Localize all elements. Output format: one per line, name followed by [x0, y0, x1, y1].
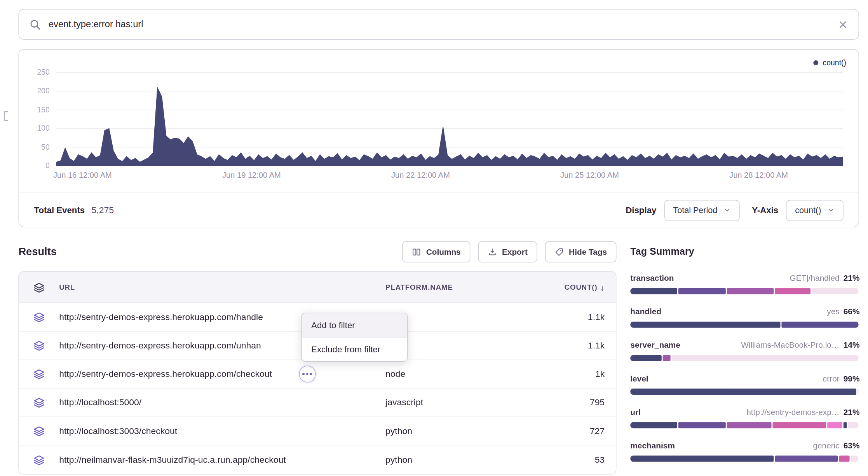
count-cell: 1.1k	[588, 341, 616, 351]
tag-bar-segment[interactable]	[630, 322, 781, 328]
tag-percent: 99%	[844, 373, 860, 383]
tag-level: levelerror99%	[630, 373, 859, 395]
tag-bar-segment[interactable]	[672, 355, 859, 361]
tag-bar-segment[interactable]	[782, 322, 859, 328]
url-cell[interactable]: http://sentry-demos-express.herokuapp.co…	[59, 341, 261, 351]
tag-percent: 14%	[844, 340, 860, 350]
chart-legend[interactable]: count()	[813, 59, 846, 67]
tag-bar-segment[interactable]	[851, 456, 859, 462]
tag-url: urlhttp://sentry-demos-exp…21%	[630, 407, 859, 429]
discover-page: event.type:error has:url count() 0501001…	[0, 0, 868, 476]
close-icon	[837, 19, 849, 30]
tag-summary-title: Tag Summary	[630, 246, 859, 257]
x-axis-tick-label: Jun 16 12:00 AM	[38, 170, 127, 179]
table-row[interactable]: http://localhost:3003/checkoutpython727	[19, 417, 616, 445]
table-row[interactable]: http://neilmanvar-flask-m3uuizd7iq-uc.a.…	[19, 446, 616, 474]
search-bar[interactable]: event.type:error has:url	[18, 9, 859, 40]
yaxis-dropdown[interactable]: count()	[786, 200, 843, 221]
tag-bar-segment[interactable]	[630, 388, 856, 395]
url-cell[interactable]: http://neilmanvar-flask-m3uuizd7iq-uc.a.…	[59, 455, 286, 465]
export-button[interactable]: Export	[478, 241, 537, 262]
y-axis-tick-label: 200	[19, 87, 50, 95]
tag-bar-segment[interactable]	[727, 422, 771, 428]
total-events-value: 5,275	[91, 205, 113, 215]
tag-summary-panel: Tag Summary transactionGET|/handled21%ha…	[630, 246, 859, 476]
menu-item-add-to-filter[interactable]: Add to filter	[302, 313, 407, 337]
results-table: URL PLATFORM.NAME COUNT() ↓ http://sentr…	[18, 271, 616, 475]
tag-bar-segment[interactable]	[630, 456, 774, 462]
download-icon	[488, 247, 497, 256]
hide-tags-button[interactable]: Hide Tags	[545, 241, 616, 262]
yaxis-dropdown-value: count()	[795, 205, 821, 215]
display-dropdown-value: Total Period	[673, 205, 717, 215]
tag-name: project	[630, 474, 657, 476]
tag-bar-segment[interactable]	[678, 288, 725, 294]
menu-item-exclude-from-filter[interactable]: Exclude from filter	[302, 337, 407, 361]
url-cell[interactable]: http://sentry-demos-express.herokuapp.co…	[59, 369, 272, 379]
tag-bar-segment[interactable]	[630, 422, 677, 428]
tag-bar-segment[interactable]	[828, 422, 842, 428]
url-cell[interactable]: http://localhost:5000/	[59, 397, 141, 408]
layers-icon	[19, 282, 59, 293]
tag-bar-segment[interactable]	[727, 288, 774, 294]
tag-distribution-bar[interactable]	[630, 422, 859, 428]
columns-button[interactable]: Columns	[402, 241, 470, 262]
context-menu: Add to filterExclude from filter	[301, 313, 408, 362]
chevron-down-icon	[723, 206, 731, 214]
column-header-platform[interactable]: PLATFORM.NAME	[385, 283, 521, 292]
url-cell[interactable]: http://sentry-demos-express.herokuapp.co…	[59, 312, 263, 322]
tag-distribution-bar[interactable]	[630, 322, 859, 328]
search-query[interactable]: event.type:error has:url	[49, 19, 143, 30]
tag-percent: 66%	[844, 306, 860, 317]
column-header-url[interactable]: URL	[59, 283, 385, 292]
tag-bar-segment[interactable]	[844, 422, 847, 428]
layers-icon	[19, 425, 59, 437]
count-cell: 1.1k	[588, 312, 616, 322]
tag-bar-segment[interactable]	[630, 288, 677, 294]
total-events-label: Total Events	[34, 205, 85, 215]
tag-bar-segment[interactable]	[857, 388, 858, 395]
tag-distribution-bar[interactable]	[630, 288, 859, 294]
tag-value: generic	[813, 441, 839, 451]
tag-distribution-bar[interactable]	[630, 456, 859, 462]
tag-percent: 21%	[844, 273, 860, 283]
x-axis-tick-label: Jun 19 12:00 AM	[207, 170, 296, 179]
tag-name: level	[630, 373, 648, 383]
layers-icon	[19, 397, 59, 408]
row-actions-button[interactable]	[299, 366, 315, 382]
tag-bar-segment[interactable]	[775, 288, 810, 294]
sort-arrow-down-icon: ↓	[600, 282, 605, 292]
search-clear-button[interactable]	[837, 19, 849, 30]
tag-name: transaction	[630, 273, 674, 283]
platform-cell: python	[385, 455, 521, 465]
display-dropdown[interactable]: Total Period	[664, 200, 739, 221]
count-cell: 53	[595, 455, 616, 465]
tag-bar-segment[interactable]	[839, 456, 849, 462]
sidebar-collapse-handle[interactable]	[3, 111, 9, 121]
tag-distribution-bar[interactable]	[630, 388, 859, 395]
tag-bar-segment[interactable]	[848, 422, 859, 428]
tag-bar-segment[interactable]	[678, 422, 725, 428]
tag-percent: 63%	[844, 441, 860, 451]
tag-bar-segment[interactable]	[630, 355, 661, 361]
table-row[interactable]: http://sentry-demos-express.herokuapp.co…	[19, 360, 616, 388]
tag-bar-segment[interactable]	[772, 422, 826, 428]
columns-icon	[411, 247, 421, 256]
tag-bar-segment[interactable]	[811, 288, 858, 294]
column-header-count[interactable]: COUNT() ↓	[565, 282, 616, 292]
url-cell[interactable]: http://localhost:3003/checkout	[59, 426, 177, 436]
y-axis-tick-label: 0	[19, 161, 50, 170]
legend-label: count()	[823, 59, 846, 67]
tag-value: express-demo	[788, 474, 840, 476]
y-axis-tick-label: 250	[19, 68, 50, 77]
tag-project: projectexpress-demo63%	[630, 474, 859, 476]
tag-distribution-bar[interactable]	[630, 355, 859, 361]
export-button-label: Export	[502, 247, 528, 256]
table-row[interactable]: http://localhost:5000/javascript795	[19, 388, 616, 417]
tag-handled: handledyes66%	[630, 306, 859, 328]
events-histogram[interactable]: count() 050100150200250Jun 16 12:00 AMJu…	[19, 50, 859, 193]
tag-bar-segment[interactable]	[662, 355, 671, 361]
platform-cell: javascript	[385, 397, 521, 408]
tag-bar-segment[interactable]	[775, 456, 838, 462]
count-cell: 727	[590, 426, 616, 436]
